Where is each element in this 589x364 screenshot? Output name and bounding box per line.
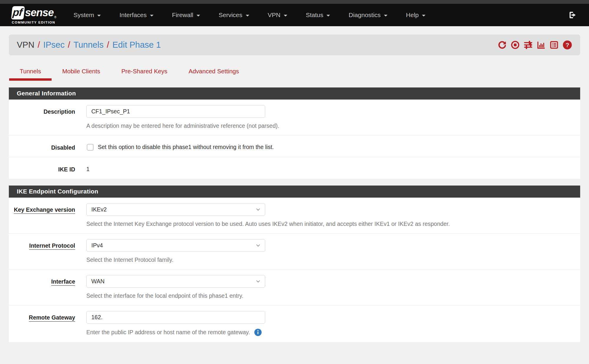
interface-label: Interface [9, 275, 86, 299]
ike-id-row: IKE ID 1 [9, 157, 580, 179]
community-edition-label: COMMUNITY EDITION [12, 21, 56, 24]
ike-id-label: IKE ID [9, 163, 86, 173]
chevron-down-icon [284, 15, 287, 16]
disabled-checkbox[interactable] [87, 144, 93, 150]
nav-item-help[interactable]: Help [406, 11, 425, 19]
internet-protocol-help: Select the Internet Protocol family. [86, 257, 580, 263]
chevron-down-icon [422, 15, 425, 16]
chevron-down-icon [326, 15, 330, 16]
ike-id-value: 1 [86, 163, 580, 173]
nav-item-firewall[interactable]: Firewall [172, 11, 200, 19]
nav-item-system[interactable]: System [73, 11, 101, 19]
stop-icon[interactable] [511, 40, 520, 49]
disabled-checkbox-text: Set this option to disable this phase1 w… [98, 144, 274, 150]
key-exchange-value: IKEv2 [91, 206, 107, 213]
breadcrumb-section: VPN [17, 40, 34, 50]
remote-gateway-label: Remote Gateway [9, 311, 86, 336]
main-navbar: pf sense ® COMMUNITY EDITION System Inte… [0, 4, 589, 26]
sign-out-icon[interactable] [568, 11, 577, 19]
nav-menu: System Interfaces Firewall Services VPN … [73, 11, 425, 19]
interface-help: Select the interface for the local endpo… [86, 292, 580, 299]
tab-bar: Tunnels Mobile Clients Pre-Shared Keys A… [9, 66, 589, 81]
refresh-icon[interactable] [498, 40, 507, 49]
sliders-icon[interactable] [524, 40, 533, 49]
key-exchange-row: Key Exchange version IKEv2 Select the In… [9, 198, 580, 234]
breadcrumb-link-tunnels[interactable]: Tunnels [73, 40, 103, 50]
ike-endpoint-configuration-panel: IKE Endpoint Configuration Key Exchange … [9, 186, 580, 343]
description-row: Description A description may be entered… [9, 100, 580, 135]
nav-item-interfaces[interactable]: Interfaces [119, 11, 153, 19]
pf-logo-box: pf [11, 6, 25, 19]
remote-gateway-row: Remote Gateway Enter the public IP addre… [9, 305, 580, 343]
sense-logo-text: sense [25, 7, 54, 18]
panel-title: General Information [9, 87, 580, 100]
svg-text:?: ? [565, 42, 569, 48]
info-icon[interactable] [254, 328, 262, 336]
description-label: Description [9, 105, 86, 129]
bar-chart-icon[interactable] [537, 40, 546, 49]
interface-value: WAN [91, 278, 105, 285]
chevron-down-icon [150, 15, 154, 16]
help-icon[interactable]: ? [562, 40, 572, 50]
key-exchange-label: Key Exchange version [9, 203, 86, 227]
chevron-down-icon [256, 280, 260, 283]
disabled-row: Disabled Set this option to disable this… [9, 135, 580, 157]
nav-item-diagnostics[interactable]: Diagnostics [349, 11, 387, 19]
pfsense-logo[interactable]: pf sense ® COMMUNITY EDITION [12, 6, 56, 24]
key-exchange-help: Select the Internet Key Exchange protoco… [86, 221, 580, 227]
panel-title: IKE Endpoint Configuration [9, 186, 580, 198]
disabled-label: Disabled [9, 141, 86, 151]
nav-item-status[interactable]: Status [306, 11, 330, 19]
remote-gateway-help: Enter the public IP address or host name… [86, 329, 250, 336]
breadcrumb: VPN / IPsec / Tunnels / Edit Phase 1 [17, 40, 161, 50]
description-help: A description may be entered here for ad… [86, 123, 580, 129]
remote-gateway-input[interactable] [86, 311, 265, 324]
internet-protocol-select[interactable]: IPv4 [86, 239, 265, 252]
key-exchange-select[interactable]: IKEv2 [86, 203, 265, 216]
tab-tunnels[interactable]: Tunnels [9, 66, 52, 81]
list-icon[interactable] [550, 40, 559, 49]
chevron-down-icon [256, 244, 260, 247]
top-strip [0, 0, 589, 4]
nav-item-services[interactable]: Services [219, 11, 249, 19]
tab-advanced-settings[interactable]: Advanced Settings [178, 66, 250, 81]
registered-mark: ® [54, 16, 56, 19]
page-action-icons: ? [498, 40, 572, 50]
tab-pre-shared-keys[interactable]: Pre-Shared Keys [111, 66, 178, 81]
breadcrumb-current-edit-phase-1: Edit Phase 1 [112, 40, 161, 50]
general-information-panel: General Information Description A descri… [9, 87, 580, 179]
chevron-down-icon [97, 15, 101, 16]
internet-protocol-row: Internet Protocol IPv4 Select the Intern… [9, 234, 580, 269]
breadcrumb-link-ipsec[interactable]: IPsec [43, 40, 65, 50]
internet-protocol-label: Internet Protocol [9, 239, 86, 263]
interface-select[interactable]: WAN [86, 275, 265, 288]
chevron-down-icon [197, 15, 200, 16]
description-input[interactable] [86, 105, 265, 118]
chevron-down-icon [246, 15, 249, 16]
breadcrumb-bar: VPN / IPsec / Tunnels / Edit Phase 1 [9, 34, 580, 55]
internet-protocol-value: IPv4 [91, 242, 103, 249]
tab-mobile-clients[interactable]: Mobile Clients [52, 66, 111, 81]
interface-row: Interface WAN Select the interface for t… [9, 269, 580, 305]
nav-item-vpn[interactable]: VPN [268, 11, 287, 19]
chevron-down-icon [256, 208, 260, 211]
chevron-down-icon [384, 15, 387, 16]
